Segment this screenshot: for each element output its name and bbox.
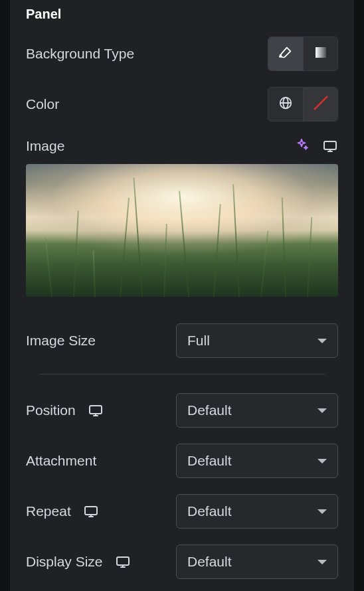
position-select[interactable]: Default: [176, 393, 338, 428]
svg-line-4: [314, 96, 327, 110]
svg-rect-14: [117, 557, 129, 565]
responsive-icon[interactable]: [322, 138, 338, 154]
brush-icon: [278, 45, 293, 62]
chevron-down-icon: [318, 509, 327, 514]
attachment-row: Attachment Default: [26, 444, 338, 478]
image-size-label: Image Size: [26, 333, 96, 349]
image-header-row: Image: [26, 137, 338, 155]
repeat-label: Repeat: [26, 503, 99, 519]
display-size-label-text: Display Size: [26, 554, 103, 570]
chevron-down-icon: [318, 560, 327, 564]
chevron-down-icon: [318, 408, 327, 413]
position-row: Position Default: [26, 393, 338, 428]
image-preview[interactable]: [26, 164, 338, 297]
svg-rect-8: [90, 406, 102, 414]
responsive-icon[interactable]: [115, 554, 131, 570]
image-label: Image: [26, 138, 64, 154]
position-label-text: Position: [26, 402, 76, 418]
image-size-value: Full: [187, 333, 210, 349]
color-global-button[interactable]: [268, 88, 303, 121]
display-size-label: Display Size: [26, 554, 131, 570]
color-controls: [268, 87, 338, 122]
section-title: Panel: [26, 7, 338, 22]
repeat-select[interactable]: Default: [176, 494, 338, 529]
attachment-label: Attachment: [26, 453, 96, 469]
background-type-gradient-button[interactable]: [303, 37, 337, 70]
display-size-select[interactable]: Default: [176, 545, 338, 579]
color-swatch-button[interactable]: [303, 88, 337, 121]
position-label: Position: [26, 402, 104, 418]
image-header-icons: [294, 137, 338, 155]
repeat-label-text: Repeat: [26, 503, 71, 519]
no-color-icon: [312, 94, 329, 114]
background-type-classic-button[interactable]: [268, 37, 303, 70]
responsive-icon[interactable]: [83, 503, 99, 519]
responsive-icon[interactable]: [88, 402, 104, 418]
svg-rect-11: [85, 507, 97, 515]
repeat-row: Repeat Default: [26, 494, 338, 529]
divider: [39, 374, 325, 375]
svg-rect-0: [316, 47, 326, 58]
display-size-value: Default: [187, 554, 232, 570]
style-panel: Panel Background Type: [9, 0, 355, 591]
display-size-row: Display Size Default: [26, 545, 338, 579]
image-size-row: Image Size Full: [26, 323, 338, 358]
gradient-icon: [314, 46, 327, 62]
chevron-down-icon: [318, 339, 327, 343]
svg-rect-5: [324, 141, 336, 149]
chevron-down-icon: [318, 459, 327, 464]
color-row: Color: [26, 87, 338, 122]
position-value: Default: [187, 402, 232, 418]
background-type-row: Background Type: [26, 37, 338, 71]
repeat-value: Default: [187, 503, 232, 519]
globe-icon: [278, 96, 293, 113]
attachment-value: Default: [187, 453, 232, 469]
attachment-select[interactable]: Default: [176, 444, 338, 478]
background-type-toggle: [268, 37, 338, 71]
background-type-label: Background Type: [26, 46, 134, 62]
ai-sparkle-icon[interactable]: [294, 137, 309, 155]
image-size-select[interactable]: Full: [176, 323, 338, 358]
color-label: Color: [26, 96, 59, 112]
